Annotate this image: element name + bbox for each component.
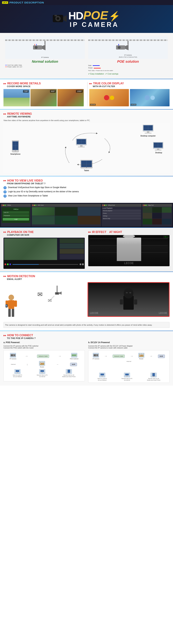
playback-col: PLAYBACK ON THE COMPUTER OR NVR: [3, 230, 85, 269]
ircut-col: TRUE COLOR DISPLAY WITH IR-CUT FILTER LE…: [87, 82, 170, 106]
svg-rect-98: [139, 355, 144, 357]
svg-point-72: [11, 354, 13, 356]
ir-title: IR EFFECT AT NIGHT: [88, 230, 170, 234]
central-network-node: [73, 138, 90, 149]
svg-rect-57: [8, 300, 14, 309]
svg-rect-29: [155, 150, 162, 150]
remote-section: REMOTE VIEWING ANYTIME ANYWHERE View liv…: [0, 110, 173, 176]
screenshot-sidebar: VMEyeCloud Local Playback Remote playbac…: [102, 204, 142, 226]
svg-rect-34: [81, 164, 86, 167]
svg-marker-55: [59, 292, 62, 295]
section-header: LEC E PRODUCT DESCRIPTION: [0, 0, 173, 5]
tablet-node: Tablet: [80, 160, 93, 172]
connect-dc-desc: Connect the IP camera with the DC12V 1A …: [88, 345, 170, 349]
svg-marker-12: [125, 45, 129, 50]
svg-point-2: [56, 17, 59, 20]
connect-poe-title: a. POE Powered:: [3, 341, 85, 344]
svg-rect-85: [16, 370, 19, 372]
hero-subtitle: IP CAMERA: [68, 21, 120, 28]
howto-section: HOW TO VIEW LIVE VIDEO FROM SMARTPHONE O…: [0, 176, 173, 202]
motion-subtitle: EMAIL ALERT: [7, 278, 170, 280]
email-icon-2: ✉: [48, 298, 52, 304]
intruder-image: LECOE LECOE: [88, 282, 170, 317]
step-1-text: Download VmEyecloud from Apple App Store…: [8, 186, 66, 189]
remote-title: REMOTE VIEWING: [3, 112, 170, 115]
motion-left: ✉ ✉: [3, 282, 84, 320]
svg-point-66: [126, 292, 128, 294]
svg-rect-25: [158, 143, 162, 146]
ircut-subtitle: WITH IR-CUT FILTER: [93, 85, 170, 88]
svg-rect-35: [87, 164, 92, 167]
svg-marker-4: [63, 15, 67, 22]
normal-solution-diagram: IP Camera: [5, 36, 85, 59]
svg-rect-102: [140, 355, 140, 356]
camera-icon: [53, 14, 67, 24]
connect-section: HOW TO CONNECT TO THE POE IP CAMERA ? a.…: [0, 331, 173, 386]
step-2-text: Login by your ID or by DeviceBy serial n…: [8, 190, 79, 193]
svg-point-114: [153, 376, 154, 377]
svg-rect-89: [40, 370, 44, 372]
svg-rect-41: [13, 146, 15, 150]
remote-devices-diagram: Desktop computer Desktop: [3, 123, 170, 173]
svg-rect-110: [126, 376, 128, 376]
svg-point-56: [8, 295, 14, 300]
nvr-node-a: NVR: [70, 362, 77, 366]
svg-rect-18: [144, 129, 148, 130]
svg-rect-62: [8, 309, 11, 317]
svg-rect-74: [72, 354, 73, 356]
svg-rect-82: [40, 364, 41, 364]
smartphone-node: Smartphone: [10, 140, 20, 155]
svg-rect-20: [147, 131, 149, 133]
dc-router-node: Router: [138, 353, 145, 360]
svg-rect-111: [125, 376, 129, 377]
step-1-num: 1: [3, 186, 6, 189]
svg-point-43: [15, 150, 16, 152]
svg-rect-68: [120, 299, 123, 304]
ir-img-color: LECOE: [89, 89, 129, 106]
motion-title: MOTION DETECTION: [3, 275, 170, 278]
outdoor-camera-icon: [52, 286, 62, 300]
step-3: 3 View Live Video from Smartphone or Tab…: [3, 194, 170, 198]
poe-solution-label: POE solution: [88, 60, 168, 64]
desktop-node: Desktop: [153, 142, 164, 154]
connect-cols: a. POE Powered: Connect the IP camera wi…: [3, 341, 170, 383]
svg-line-81: [44, 362, 44, 363]
connect-poe-desc: Connect the IP camera with the POE switc…: [3, 345, 85, 349]
svg-rect-17: [148, 126, 153, 128]
svg-marker-71: [14, 354, 15, 357]
dc-nvr-node: NVR: [158, 354, 165, 358]
normal-solution-label: Normal solution: [5, 60, 85, 64]
screenshot-login: VMEye VMEye User ID Password Login: [1, 204, 31, 226]
svg-rect-32: [81, 161, 86, 164]
howto-subtitle: FROM SMARTPHONE OR TABLET ?: [7, 182, 170, 185]
poe-solution-col: IP Camera(Built-in PoE or External PoE) …: [88, 36, 168, 75]
resolution-images: 720P 960P 1080P: [3, 89, 84, 106]
record-subtitle: COVER MORE SPACE: [7, 85, 84, 88]
connect-subtitle: TO THE POE IP CAMERA ?: [7, 337, 170, 340]
svg-rect-49: [81, 142, 86, 144]
svg-point-54: [56, 292, 58, 294]
svg-rect-105: [101, 374, 104, 375]
svg-rect-50: [80, 145, 83, 146]
hero-hd: HD: [68, 10, 83, 22]
svg-rect-83: [41, 364, 42, 364]
dual-playback-ir: PLAYBACK ON THE COMPUTER OR NVR: [0, 228, 173, 272]
res-label-720: 720P: [23, 90, 29, 93]
svg-rect-51: [78, 146, 85, 148]
playback-subtitle: COMPUTER OR NVR: [7, 234, 85, 236]
steps-list: 1 Download VmEyecloud from Apple App Sto…: [3, 186, 170, 198]
svg-rect-3: [54, 15, 57, 16]
svg-rect-33: [87, 161, 92, 164]
ir-col: IR EFFECT AT NIGHT REC ● LECOE: [88, 230, 170, 269]
res-img-960: 960P: [30, 89, 57, 106]
dc-network-cable-label: Network Cable: [112, 354, 125, 358]
svg-point-67: [129, 292, 131, 294]
step-1: 1 Download VmEyecloud from Apple App Sto…: [3, 186, 170, 189]
email-icon-1: ✉: [37, 291, 42, 298]
svg-point-36: [86, 167, 87, 168]
ip-camera-poe-label: IP Camera(Built-in PoE or External PoE): [119, 54, 137, 58]
ir-img-ircut: LECOE: [130, 89, 170, 106]
connect-poe-bottom: View on Local PCvia Lan Network Remote V…: [5, 369, 83, 378]
svg-point-65: [124, 288, 133, 298]
res-img-720: 720P: [3, 89, 30, 106]
